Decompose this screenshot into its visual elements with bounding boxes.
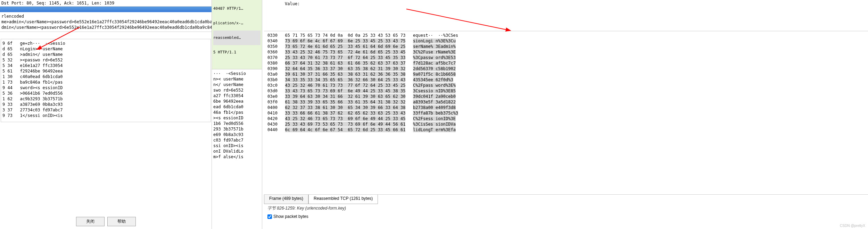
hex-dump-left[interactable]: 9 6f ge=zh··· ·<Sessiod 65 nLogin>< user… [1, 39, 211, 122]
dialog-buttons: 关闭 帮助 [0, 217, 212, 226]
hex-row: c03 fd97abc7 [213, 137, 261, 143]
hex-row: 0440 6c 69 64 4c 6f 6e 67 54 65 72 6d 25… [267, 127, 865, 133]
hex-row: 293 3b37571b [213, 126, 261, 132]
packet-list-item[interactable]: 5 HTTP/1.1 [213, 45, 261, 60]
hex-row: 5 36 >06641b6 7ed0d556 [2, 91, 209, 96]
hex-row: 1 62 ac9b3293 3b37571b [2, 96, 209, 102]
urlenc-line2: dmin</userName><password>6e552e16e1a27ff… [1, 25, 210, 30]
hex-row: e69 0b8a3c93 [213, 132, 261, 137]
hex-row: ··· ·<Sessio [213, 71, 261, 76]
hex-row: n</ userName [213, 82, 261, 87]
packet-list[interactable]: 40487 HTTP/1… plication/x-… reassembled…… [212, 0, 262, 69]
tab-reassembled[interactable]: Reassembled TCP (1261 bytes) [308, 195, 378, 204]
hex-row: 0430 25 33 43 69 73 53 65 73 73 69 6f 6e… [267, 121, 865, 127]
packet-list-item[interactable]: plication/x-… [213, 16, 261, 31]
show-packet-bytes-label: Show packet bytes [273, 214, 308, 219]
hex-row: 5 32 ><passwo rd>6e552 [2, 57, 209, 63]
hex-row: 9 33 a3873e69 0b8a3c93 [2, 102, 209, 107]
hex-tabs: Frame (489 bytes) Reassembled TCP (1261 … [264, 194, 868, 204]
hex-row: 03e0 33 39 64 63 30 34 31 66 32 61 39 30… [267, 94, 865, 99]
hex-row: 0380 66 37 64 31 32 38 61 63 61 66 35 62… [267, 60, 865, 66]
hex-row: 0330 65 71 75 65 73 74 0d 0a 0d 0a 25 33… [267, 33, 865, 38]
hex-row: 0350 73 65 72 4e 61 6d 65 25 33 45 61 64… [267, 44, 865, 49]
hex-row: 0370 25 33 43 70 61 73 73 77 6f 72 64 25… [267, 55, 865, 60]
selected-packet-row[interactable] [0, 7, 212, 12]
hex-row: ><s essionID [213, 115, 261, 121]
hex-row: 3 37 27734c03 fd97abc7 [2, 107, 209, 113]
help-button[interactable]: 帮助 [107, 217, 136, 226]
show-packet-bytes-row[interactable]: Show packet bytes [264, 213, 868, 220]
hex-row: 03a0 39 61 30 37 31 66 35 63 38 63 31 62… [267, 71, 865, 77]
hex-row: 9 44 sword><s essionID [2, 85, 209, 91]
hex-row: n>< userName [213, 76, 261, 82]
hex-row: 0390 32 64 64 35 36 33 37 30 63 35 38 62… [267, 66, 865, 71]
hex-row: 1b6 7ed0d556 [213, 121, 261, 126]
value-label: Value: [285, 1, 300, 6]
hex-row: 03b0 34 33 35 33 34 35 65 65 36 32 66 30… [267, 77, 865, 83]
hex-row: 5 34 e16e1a27 ffc33054 [2, 63, 209, 68]
hex-row: 0400 62 32 37 33 38 61 30 30 65 34 30 39… [267, 105, 865, 110]
right-panel: Value: 0330 65 71 75 65 73 74 0d 0a 0d 0… [264, 0, 868, 229]
hex-row: m>f alse</is [213, 154, 261, 160]
hex-dump-mid[interactable]: ··· ·<Session>< userNamen</ userNameswo … [212, 69, 262, 161]
hex-row: 03d0 33 43 73 65 73 73 69 6f 6e 49 44 25… [267, 88, 865, 94]
hex-row: 0410 33 33 66 66 61 38 37 62 62 65 62 33… [267, 110, 865, 116]
hex-row: ead 6db1cda0 [213, 104, 261, 110]
middle-panel: 40487 HTTP/1… plication/x-… reassembled…… [212, 0, 262, 229]
hex-dump-right[interactable]: 0330 65 71 75 65 73 74 0d 0a 0d 0a 25 33… [264, 31, 868, 194]
close-button[interactable]: 关闭 [76, 217, 105, 226]
hex-row: 9 6f ge=zh··· ·<Sessio [2, 41, 209, 46]
hex-row: d 65 >admin</ userName [2, 52, 209, 57]
urlencoded-block: rlencoded me>admin</userName><password>6… [0, 12, 212, 32]
hex-row: 0340 73 69 6f 6e 4c 6f 67 69 6e 25 33 45… [267, 38, 865, 44]
left-panel: Dst Port: 80, Seq: 1145, Ack: 1651, Len:… [0, 0, 212, 229]
hex-row: swo rd>6e552 [213, 87, 261, 93]
urlenc-line1: me>admin</userName><password>6e552e16e1a… [1, 19, 210, 25]
hex-row: 46a fb1</pas [213, 110, 261, 115]
show-packet-bytes-checkbox[interactable] [267, 214, 272, 219]
hex-row: 6be 96492eea [213, 99, 261, 104]
hex-row: 5 61 f29246be 96492eea [2, 68, 209, 74]
packet-list-item-selected[interactable]: reassembled… [213, 31, 261, 45]
hex-row: 1 73 ba9c846a fb1</pas [2, 79, 209, 85]
watermark: CSDN @prettyX [840, 224, 865, 228]
hex-row: onI DValidLo [213, 149, 261, 154]
packet-summary: Dst Port: 80, Seq: 1145, Ack: 1651, Len:… [0, 0, 212, 7]
urlenc-header: rlencoded [1, 14, 210, 19]
hex-row: a27 ffc33054 [213, 93, 261, 99]
hex-row: 1 30 c40a0ead 6db1cda0 [2, 74, 209, 79]
packet-list-item[interactable]: 40487 HTTP/1… [213, 1, 261, 16]
hex-row: 0420 43 25 32 46 73 65 73 73 69 6f 6e 49… [267, 116, 865, 121]
field-value-area: Value: [264, 0, 868, 31]
tab-frame[interactable]: Frame (489 bytes) [264, 195, 308, 204]
hex-row: 03c0 43 25 32 46 70 61 73 73 77 6f 72 64… [267, 83, 865, 88]
hex-row: ssi onID><is [213, 143, 261, 149]
hex-row: 0360 33 43 25 32 46 75 73 65 72 4e 61 6d… [267, 49, 865, 55]
hex-row: 9 73 1</sessi onID><is [2, 113, 209, 118]
hex-row: d 65 nLogin>< userName [2, 46, 209, 52]
byte-range-info: 字节 826-1259: Key (urlencoded-form.key) [264, 204, 868, 213]
hex-row: 03f0 61 38 33 39 33 65 35 66 33 61 35 64… [267, 99, 865, 105]
